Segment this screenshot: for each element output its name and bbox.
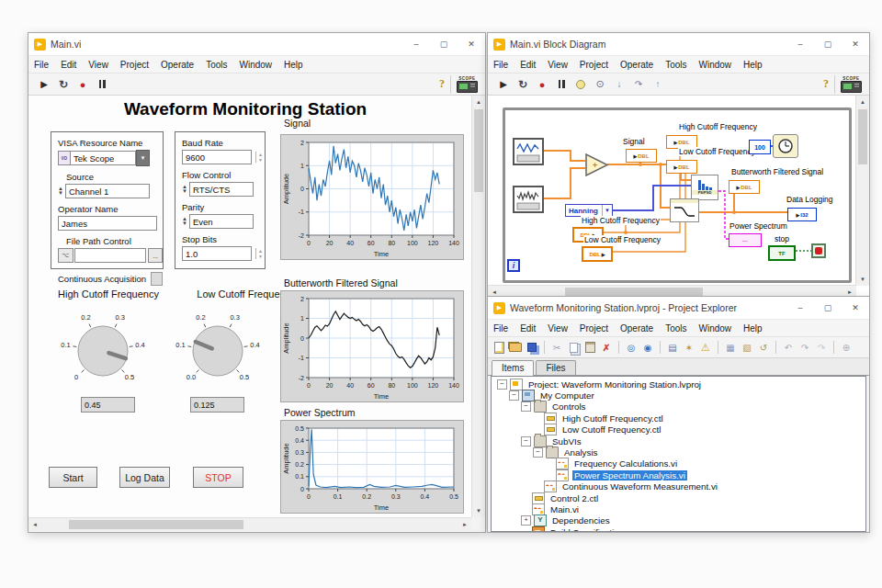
open-project-icon[interactable] [508, 341, 523, 355]
help-icon[interactable]: ? [439, 77, 445, 91]
baud-value[interactable]: 9600 [182, 150, 252, 164]
retain-icon[interactable] [592, 76, 608, 92]
delete-icon[interactable] [599, 341, 614, 355]
increment-decrement-icon[interactable]: ▲▼ [182, 217, 187, 226]
commit-items-icon[interactable] [740, 341, 754, 355]
menu-view[interactable]: View [548, 60, 568, 70]
menu-help[interactable]: Help [743, 60, 763, 70]
find-items-icon[interactable] [624, 341, 639, 355]
menu-project[interactable]: Project [120, 60, 149, 70]
power-spectrum-vi[interactable]: PS/PSD [691, 175, 718, 200]
redo-icon[interactable] [797, 341, 812, 355]
minimize-icon[interactable]: – [786, 34, 814, 55]
scrollbar-thumb[interactable] [474, 109, 483, 192]
tree-expander-icon[interactable]: − [521, 436, 531, 447]
tree-item[interactable]: Control 2.ctl [492, 492, 865, 503]
menu-tools[interactable]: Tools [665, 60, 686, 70]
minimize-icon[interactable]: – [786, 298, 814, 319]
stopbits-value[interactable]: 1.0 [182, 246, 252, 261]
butterworth-indicator-terminal[interactable]: ▶DBL [729, 180, 760, 194]
low-cutoff-value[interactable]: 0.125 [190, 397, 244, 413]
tree-expander-icon[interactable]: − [521, 401, 531, 412]
pause-icon[interactable] [553, 76, 570, 92]
horizontal-scrollbar[interactable]: ◄ ► [28, 517, 471, 531]
tree-item[interactable]: Main.vi [492, 503, 865, 514]
tree-item[interactable]: Low Cutoff Frequency.ctl [492, 424, 865, 435]
menu-window[interactable]: Window [239, 60, 272, 70]
increment-decrement-icon[interactable]: ▲▼ [182, 185, 187, 194]
tree-item-label[interactable]: SubVIs [550, 436, 583, 447]
abort-icon[interactable] [534, 76, 550, 92]
maximize-icon[interactable]: ▢ [814, 34, 842, 55]
find-callers-icon[interactable] [640, 341, 655, 355]
menu-project[interactable]: Project [580, 60, 608, 70]
menu-edit[interactable]: Edit [61, 60, 76, 70]
tree-item-label[interactable]: Power Spectrum Analysis.vi [572, 470, 687, 481]
abort-icon[interactable] [74, 76, 91, 92]
iteration-terminal[interactable]: i [507, 259, 520, 272]
close-icon[interactable]: ✕ [842, 298, 869, 319]
tree-expander-icon[interactable]: − [497, 379, 507, 390]
close-icon[interactable]: ✕ [458, 34, 485, 55]
menu-help[interactable]: Help [743, 323, 763, 334]
tree-item-label[interactable]: Build Specifications [548, 527, 630, 532]
tree-item-label[interactable]: Main.vi [548, 504, 581, 514]
menu-operate[interactable]: Operate [620, 323, 653, 334]
tree-expander-icon[interactable]: − [533, 447, 543, 458]
copy-icon[interactable] [566, 341, 581, 355]
wait-until-next-ms-node[interactable] [773, 134, 798, 158]
menu-tools[interactable]: Tools [665, 323, 686, 334]
run-continuous-icon[interactable] [55, 76, 72, 92]
simulate-signal-vi[interactable] [513, 138, 544, 165]
pause-icon[interactable] [94, 76, 110, 92]
power-spectrum-terminal[interactable]: ··· [729, 233, 762, 247]
flow-value[interactable]: RTS/CTS [189, 182, 254, 197]
loop-condition-terminal[interactable] [811, 243, 826, 258]
new-vi-icon[interactable] [492, 341, 506, 355]
tree-item-label[interactable]: Analysis [562, 447, 599, 458]
scroll-up-icon[interactable]: ▲ [472, 96, 485, 108]
scrollbar-thumb[interactable] [69, 520, 243, 529]
run-icon[interactable] [36, 76, 52, 92]
tree-item-label[interactable]: Project: Waveform Monitoring Station.lvp… [526, 379, 703, 390]
titlebar[interactable]: Main.vi Block Diagram –▢✕ [488, 33, 869, 56]
tree-item[interactable]: High Cutoff Frequency.ctl [492, 413, 865, 424]
source-value[interactable]: Channel 1 [65, 184, 150, 198]
maximize-icon[interactable]: ▢ [814, 298, 842, 319]
tree-item-label[interactable]: My Computer [538, 390, 596, 401]
high-cutoff-value[interactable]: 0.45 [81, 397, 135, 413]
menu-operate[interactable]: Operate [161, 60, 194, 70]
close-icon[interactable]: ✕ [842, 34, 869, 55]
add-function[interactable]: + [585, 153, 609, 176]
redo-alt-icon[interactable] [814, 341, 829, 355]
menu-project[interactable]: Project [580, 323, 608, 334]
scope-icon[interactable] [457, 81, 478, 93]
high-cutoff-knob[interactable]: 00.10.20.30.40.5 [52, 305, 153, 393]
filepath-value[interactable] [74, 248, 147, 263]
menu-edit[interactable]: Edit [520, 60, 536, 70]
visa-resource-value[interactable]: Tek Scope [70, 151, 136, 165]
signal-terminal[interactable]: ▶DBL [626, 149, 657, 163]
tree-item[interactable]: Power Spectrum Analysis.vi [492, 469, 865, 481]
tree-item-label[interactable]: Dependencies [550, 515, 612, 526]
menu-file[interactable]: File [34, 60, 49, 70]
scroll-right-icon[interactable]: ► [458, 518, 471, 531]
tab-items[interactable]: Items [492, 360, 534, 376]
tree-item[interactable]: −My Computer [492, 390, 865, 401]
chevron-down-icon[interactable]: ▼ [136, 150, 150, 166]
step-out-icon[interactable] [650, 76, 666, 92]
update-items-icon[interactable] [756, 341, 771, 355]
run-icon[interactable] [495, 76, 512, 92]
browse-button[interactable]: ... [148, 248, 163, 263]
data-logging-terminal[interactable]: ▶I32 [787, 208, 817, 221]
tree-item-label[interactable]: Controls [550, 401, 587, 412]
menu-window[interactable]: Window [698, 60, 731, 70]
operator-value[interactable]: James [58, 216, 157, 231]
menu-view[interactable]: View [548, 323, 568, 334]
low-cutoff-control-terminal[interactable]: DBL▶ [582, 246, 613, 262]
tree-item[interactable]: Continuous Waveform Measurement.vi [492, 481, 865, 492]
tab-files[interactable]: Files [536, 360, 575, 375]
titlebar[interactable]: Main.vi –▢✕ [28, 33, 485, 56]
window-type-enum[interactable]: Hanning▼ [565, 204, 613, 217]
vertical-scrollbar[interactable]: ▲ ▼ [855, 96, 869, 286]
